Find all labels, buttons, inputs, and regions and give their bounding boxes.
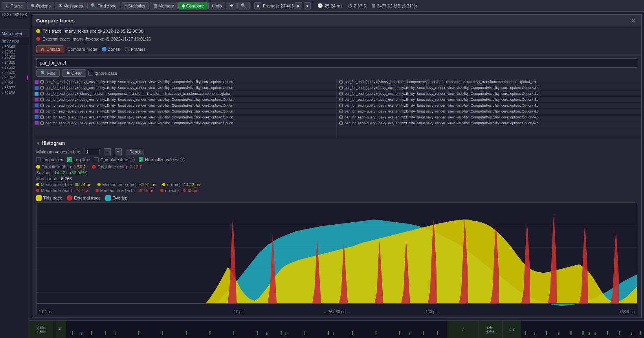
result-item[interactable]: par_for_each(query=(bevy_ecs::entity::En… <box>32 120 336 126</box>
result-item-right[interactable]: par_for_each(query=(bevy_ecs::entity::En… <box>337 85 641 91</box>
result-text: par_for_each(query=(bevy_ecs::entity::En… <box>46 121 233 125</box>
frames-radio[interactable]: Frames <box>125 47 145 52</box>
messages-button[interactable]: ✉ Messages <box>55 2 86 9</box>
this-trace-label: This trace: <box>42 29 62 33</box>
this-trace-legend-swatch <box>36 195 42 201</box>
pause-button[interactable]: ⏸ Pause <box>2 2 26 9</box>
clear-button[interactable]: ✖ Clear <box>62 69 86 77</box>
statistics-button[interactable]: ≡ Statistics <box>121 2 149 9</box>
svg-rect-46 <box>546 331 547 335</box>
cumulate-time-checkbox[interactable]: Cumulate time ? <box>94 157 135 162</box>
svg-rect-34 <box>285 332 286 335</box>
svg-rect-48 <box>571 331 572 335</box>
tl-seg-1: M <box>54 321 66 338</box>
frames-count: 20,463 <box>281 4 294 8</box>
search-input[interactable]: par_for_each <box>36 58 637 68</box>
frames-dropdown-button[interactable]: ▼ <box>304 2 311 9</box>
sidebar-num-1: ▾ 19052 <box>0 50 29 55</box>
checkboxes-row: Log values ✓ Log time Cumulate time ? <box>36 157 637 162</box>
sidebar-num-3: ▾ 14800 <box>0 60 29 65</box>
tl-middle <box>66 321 448 338</box>
sidebar-num-7: ▾ 2964 <box>0 80 29 85</box>
result-item[interactable]: par_for_each(query=(&bevy_transform::com… <box>32 91 336 97</box>
result-circle <box>40 121 44 125</box>
timer-icon: ⏱ <box>348 4 352 8</box>
separator-1 <box>252 2 252 10</box>
min-value-decrement[interactable]: − <box>104 148 111 155</box>
frames-next-button[interactable]: ▶ <box>295 2 302 9</box>
result-item[interactable]: par_for_each(query=(bevy_ecs::entity::En… <box>32 103 336 109</box>
result-circle <box>40 80 44 84</box>
ext-trace-row: External trace: many_foxes.exe @ 2022-11… <box>32 35 641 43</box>
sidebar-num-2: ▾ 27952 <box>0 55 29 60</box>
log-values-checkbox[interactable]: Log values <box>36 157 63 162</box>
result-item-right[interactable]: par_for_each(query=(bevy_ecs::entity::En… <box>337 120 641 126</box>
info-button[interactable]: ℹ Info <box>208 2 225 9</box>
this-trace-row: This trace: many_foxes.exe @ 2022-12-05 … <box>32 27 641 35</box>
controls-row: 🗑 Unload Compare mode: Zones Frames <box>32 43 641 56</box>
reset-button[interactable]: Reset <box>126 149 144 155</box>
svg-rect-47 <box>558 332 560 335</box>
result-text: par_for_each(query=(bevy_ecs::entity::En… <box>46 115 233 119</box>
tl-seg-v: v <box>448 321 478 338</box>
find-button[interactable]: 🔍 Find <box>36 69 60 77</box>
tools-button[interactable]: ✚ <box>226 2 237 9</box>
result-item-right[interactable]: par_for_each(query=(&bevy_transform::com… <box>337 79 641 85</box>
ignore-case-checkbox[interactable]: Ignore case <box>88 71 117 76</box>
sidebar-num-9: ▾ 32456 <box>0 91 29 96</box>
svg-rect-27 <box>162 331 163 335</box>
svg-rect-32 <box>266 332 267 335</box>
cumulate-help-icon[interactable]: ? <box>130 157 135 162</box>
find-zone-button[interactable]: 🔍 Find zone <box>87 2 120 9</box>
compare-button[interactable]: ◈ Compare <box>178 2 207 9</box>
unload-button[interactable]: 🗑 Unload <box>36 45 64 53</box>
result-circle <box>339 92 343 96</box>
memory-button[interactable]: ▦ Memory <box>150 2 178 9</box>
result-item-right[interactable]: par_for_each(query=(bevy_ecs::entity::En… <box>337 103 641 109</box>
result-text: par_for_each(query=(bevy_ecs::entity::En… <box>345 115 539 119</box>
max-counts-row: Max counts: 6,263 <box>36 176 637 181</box>
result-text: par_for_each(query=(bevy_ecs::entity::En… <box>345 121 539 125</box>
result-color-swatch <box>35 98 39 102</box>
histogram-section: ▼ Histogram Minimum values in bin: − + R… <box>32 138 641 318</box>
result-item-right[interactable]: par_for_each(query=(bevy_ecs::entity::En… <box>337 91 641 97</box>
result-item[interactable]: par_for_each(query=(bevy_ecs::entity::En… <box>32 115 336 120</box>
result-circle <box>339 86 343 90</box>
mean-ext-row: Mean time (ext.): 78.4 μs Median time (e… <box>36 188 637 193</box>
median-this-dot <box>97 183 101 186</box>
result-circle <box>40 109 44 113</box>
svg-rect-52 <box>607 331 608 335</box>
zoom-button[interactable]: 🔍 <box>237 2 250 9</box>
result-item[interactable]: par_for_each(query=(bevy_ecs::entity::En… <box>32 85 336 91</box>
result-item-right[interactable]: par_for_each(query=(bevy_ecs::entity::En… <box>337 115 641 120</box>
svg-rect-45 <box>534 332 535 335</box>
svg-rect-33 <box>281 331 281 335</box>
normalize-help-icon[interactable]: ? <box>180 157 185 162</box>
results-right-col: par_for_each(query=(&bevy_transform::com… <box>337 79 641 138</box>
options-button[interactable]: ⚙ Options <box>27 2 54 9</box>
normalize-checkbox[interactable]: ✓ Normalize values ? <box>139 157 185 162</box>
result-circle <box>339 103 343 107</box>
result-text: par_for_each(query=(&bevy_transform::com… <box>46 92 230 96</box>
sidebar-num-0: ▾ 30648 <box>0 44 29 50</box>
result-item-right[interactable]: par_for_each(query=(bevy_ecs::entity::En… <box>337 109 641 115</box>
result-item[interactable]: par_for_each(query=(bevy_ecs::entity::En… <box>32 97 336 103</box>
median-ext-dot <box>95 189 99 192</box>
ext-trace-legend: External trace <box>67 195 101 201</box>
cumulate-check <box>94 157 99 162</box>
result-item[interactable]: par_for_each(query=(bevy_ecs::entity::En… <box>32 109 336 115</box>
result-text: par_for_each(query=(bevy_ecs::entity::En… <box>46 98 233 102</box>
dialog-close-button[interactable]: ✕ <box>629 17 637 24</box>
result-item-right[interactable]: par_for_each(query=(bevy_ecs::entity::En… <box>337 97 641 103</box>
log-time-checkbox[interactable]: ✓ Log time <box>67 157 90 162</box>
histogram-chart[interactable]: 1.04 μs 10 μs ← 767.86 μs → 100 μs 768.9… <box>36 202 637 315</box>
zones-radio[interactable]: Zones <box>102 47 120 52</box>
info-icon: ℹ <box>212 3 213 8</box>
min-value-increment[interactable]: + <box>115 148 122 155</box>
frames-prev-button[interactable]: ◀ <box>254 2 261 9</box>
svg-rect-44 <box>525 331 526 335</box>
result-item[interactable]: par_for_each(query=(bevy_ecs::entity::En… <box>32 79 336 85</box>
min-value-input[interactable] <box>84 149 100 155</box>
svg-rect-30 <box>233 331 234 335</box>
savings-stat: Savings: 14.42 s (88.96%) <box>36 170 88 175</box>
